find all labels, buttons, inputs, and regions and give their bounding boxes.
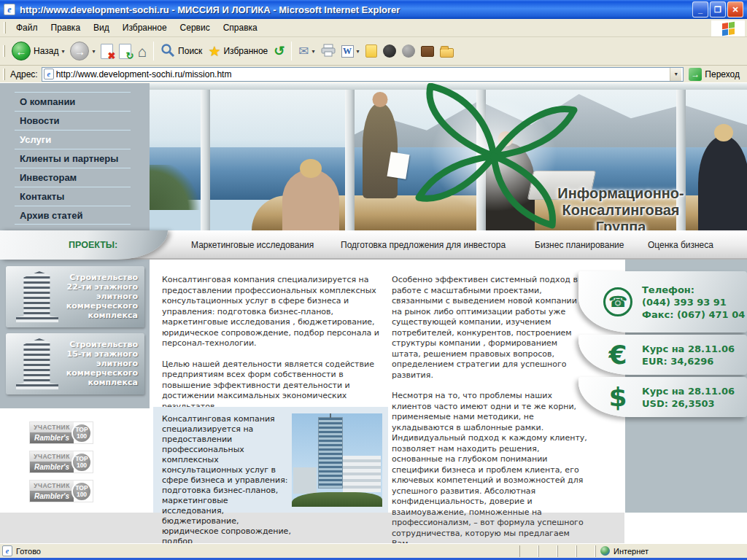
- edit-dropdown-icon[interactable]: ▾: [357, 48, 360, 55]
- security-zone-pane: Интернет: [595, 545, 745, 557]
- menu-business-planning[interactable]: Бизнес планирование: [535, 240, 624, 250]
- sidebar-item-archive[interactable]: Архив статей: [15, 206, 131, 225]
- status-pane: [519, 545, 538, 557]
- projects-label: ПРОЕКТЫ:: [69, 240, 117, 250]
- top100-circle-icon: TOP100: [71, 481, 92, 502]
- address-label: Адрес:: [10, 69, 38, 79]
- title-bar: e http://www.development-sochi.ru - МИСС…: [0, 0, 747, 19]
- sidebar-item-clients[interactable]: Клиенты и партнеры: [15, 149, 131, 168]
- menu-help[interactable]: Справка: [217, 20, 264, 36]
- eur-rate-card: € Курс на 28.11.06 EUR: 34,6296: [578, 335, 747, 375]
- paragraph: Целью нашей деятельности является содейс…: [162, 359, 382, 413]
- forward-button[interactable]: → ▾: [67, 40, 98, 62]
- phone-number: (044) 393 93 91: [642, 296, 747, 308]
- menu-business-valuation[interactable]: Оценка бизнеса: [648, 240, 713, 250]
- history-button[interactable]: ↺: [271, 42, 287, 61]
- toolbar-grip[interactable]: [3, 45, 5, 57]
- menu-marketing-research[interactable]: Маркетинговые исследования: [191, 240, 314, 250]
- search-icon: [160, 43, 175, 60]
- status-text: Готово: [16, 547, 41, 556]
- note-icon: [365, 44, 377, 58]
- sidebar-item-contacts[interactable]: Контакты: [15, 187, 131, 206]
- eur-rate-value: EUR: 34,6296: [642, 355, 735, 368]
- menu-bar: Файл Правка Вид Избранное Сервис Справка: [0, 19, 747, 37]
- standard-toolbar: ← Назад ▾ → ▾ ✖ ↻ ⌂ Поиск ★ Избранное: [0, 37, 747, 66]
- usd-rate-value: USD: 26,3503: [642, 397, 735, 410]
- toolbar-separator: [291, 42, 292, 61]
- address-dropdown-button[interactable]: ▾: [670, 68, 681, 81]
- back-button[interactable]: ← Назад ▾: [9, 40, 67, 62]
- refresh-button[interactable]: ↻: [116, 42, 134, 61]
- folder-button[interactable]: [437, 44, 457, 59]
- brand-text: Информационно- Консалтинговая Группа: [508, 185, 734, 230]
- research-button[interactable]: [418, 44, 437, 58]
- header-banner: Информационно- Консалтинговая Группа: [150, 83, 747, 230]
- home-button[interactable]: ⌂: [134, 42, 150, 61]
- home-icon: ⌂: [137, 44, 147, 59]
- status-page-icon: e: [2, 545, 12, 556]
- menu-grip[interactable]: [4, 22, 6, 34]
- go-button[interactable]: → Переход: [684, 68, 745, 81]
- approach-text-column: Особенно эффективен системный подход в р…: [392, 275, 589, 543]
- rambler-top100-badge[interactable]: УЧАСТНИКRambler's TOP100: [29, 451, 93, 473]
- phone-info-card: ☎ Телефон: (044) 393 93 91 Факс: (067) 4…: [578, 271, 747, 332]
- back-dropdown-icon[interactable]: ▾: [61, 48, 64, 55]
- address-input[interactable]: [54, 69, 670, 79]
- mail-dropdown-icon[interactable]: ▾: [312, 48, 315, 55]
- menu-edit[interactable]: Правка: [44, 20, 88, 36]
- sphere-icon: [402, 44, 415, 58]
- favorites-star-icon: ★: [208, 43, 220, 60]
- refresh-icon: ↻: [119, 44, 131, 59]
- menu-file[interactable]: Файл: [9, 20, 44, 36]
- paragraph: Особенно эффективен системный подход в р…: [392, 275, 589, 381]
- menu-view[interactable]: Вид: [87, 20, 116, 36]
- edit-with-word-button[interactable]: W ▾: [338, 44, 363, 59]
- zone-label: Интернет: [614, 547, 649, 556]
- mail-button[interactable]: ✉ ▾: [295, 42, 317, 61]
- ie-window-icon[interactable]: e: [4, 4, 15, 15]
- projects-tab: ПРОЕКТЫ:: [0, 230, 168, 260]
- print-icon: [321, 44, 336, 59]
- usd-rate-date: Курс на 28.11.06: [642, 385, 735, 397]
- tower-photo: [292, 413, 382, 507]
- euro-icon: €: [603, 342, 632, 368]
- paragraph: Консалтинговая компания специализируется…: [162, 275, 382, 349]
- messenger-button[interactable]: [380, 43, 399, 59]
- project-card-15-floors[interactable]: Строительство 15-ти этажного элитного ко…: [6, 333, 144, 394]
- windows-flag-icon: [722, 21, 735, 35]
- address-grip[interactable]: [3, 69, 5, 80]
- window-title: http://www.development-sochi.ru - МИССИЯ…: [20, 4, 691, 15]
- word-icon: W: [341, 45, 354, 58]
- menu-tools[interactable]: Сервис: [174, 20, 217, 36]
- phone-icon: ☎: [603, 287, 632, 316]
- fax-number: Факс: (067) 471 04 78: [642, 308, 747, 321]
- notes-button[interactable]: [363, 43, 380, 59]
- restore-button[interactable]: ❐: [710, 1, 726, 18]
- sidebar-item-news[interactable]: Новости: [15, 111, 131, 130]
- eur-rate-date: Курс на 28.11.06: [642, 343, 735, 355]
- print-button[interactable]: [318, 42, 338, 61]
- close-button[interactable]: ✕: [727, 1, 743, 18]
- rambler-top100-badge[interactable]: УЧАСТНИКRambler's TOP100: [29, 421, 93, 444]
- status-pane: [538, 545, 557, 557]
- sidebar-item-about[interactable]: О компании: [15, 92, 131, 111]
- forward-dropdown-icon[interactable]: ▾: [92, 48, 95, 55]
- banner-shore: [150, 165, 204, 210]
- rambler-top100-badge[interactable]: УЧАСТНИКRambler's TOP100: [29, 480, 93, 502]
- sphere-button[interactable]: [399, 43, 418, 59]
- stop-button[interactable]: ✖: [98, 42, 116, 61]
- toolbar-separator: [153, 42, 154, 61]
- favorites-button[interactable]: ★ Избранное: [205, 42, 271, 61]
- browser-window: e http://www.development-sochi.ru - МИСС…: [0, 0, 747, 560]
- menu-investor-proposal[interactable]: Подготовка предложения для инвестора: [341, 240, 506, 250]
- sidebar-item-services[interactable]: Услуги: [15, 130, 131, 149]
- project-card-22-floors[interactable]: Строительство 22-ти этажного элитного ко…: [6, 266, 144, 327]
- building-icon: [16, 338, 58, 389]
- minimize-button[interactable]: _: [692, 1, 708, 18]
- low-building: [343, 456, 381, 492]
- search-button[interactable]: Поиск: [158, 42, 205, 61]
- go-icon: →: [689, 68, 702, 81]
- sidebar-item-investors[interactable]: Инвесторам: [15, 168, 131, 187]
- address-input-box: e ▾: [42, 67, 684, 82]
- menu-favorites[interactable]: Избранное: [116, 20, 174, 36]
